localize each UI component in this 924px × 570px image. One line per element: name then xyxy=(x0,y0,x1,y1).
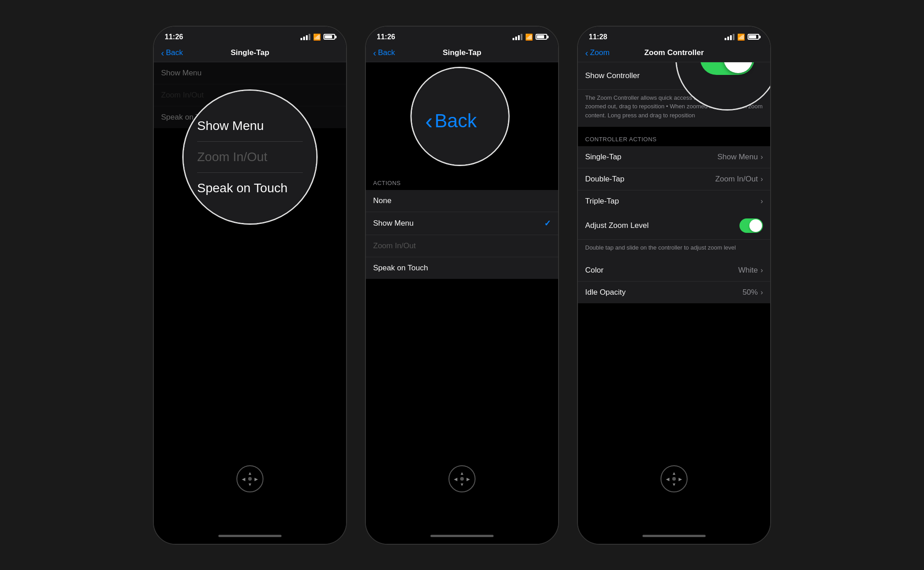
back-label-1: Back xyxy=(166,48,183,57)
menu-item-speak[interactable]: Speak on Touch xyxy=(197,173,303,204)
list-row-idle-opacity[interactable]: Idle Opacity 50% › xyxy=(578,282,770,303)
menu-label-speak: Speak on Touch xyxy=(197,181,287,195)
section-header-2: ACTIONS xyxy=(366,171,558,190)
dpad-center-2 xyxy=(460,477,464,481)
dpad-right-3: ▶ xyxy=(679,476,682,481)
section-header-actions-label: CONTROLLER ACTIONS xyxy=(585,136,657,143)
list-row-double-tap[interactable]: Double-Tap Zoom In/Out › xyxy=(578,168,770,190)
list-row-zoom[interactable]: Zoom In/Out xyxy=(366,235,558,257)
toggle-large-knob xyxy=(724,62,753,73)
battery-icon-3 xyxy=(748,34,759,40)
row-label-double-tap: Double-Tap xyxy=(585,175,624,184)
row-label-zoom: Zoom In/Out xyxy=(373,241,416,250)
home-indicator-2 xyxy=(366,528,558,544)
section-header-label: ACTIONS xyxy=(373,180,401,186)
dpad-right-2: ▶ xyxy=(467,476,470,481)
home-bar-1 xyxy=(218,535,282,537)
home-indicator-3 xyxy=(578,528,770,544)
time-1: 11:26 xyxy=(165,33,183,41)
back-button-1[interactable]: ‹ Back xyxy=(161,48,183,57)
chevron-right-triple-tap: › xyxy=(761,197,763,205)
nav-title-1: Single-Tap xyxy=(231,48,269,57)
row-label-speak: Speak on Touch xyxy=(373,264,428,273)
status-bar-2: 11:26 📶 xyxy=(366,27,558,45)
screen-content-1: Show Menu Zoom In/Out Speak on Touch Sho… xyxy=(154,62,346,528)
nav-title-2: Single-Tap xyxy=(443,48,481,57)
magnify-circle-1: Show Menu Zoom In/Out Speak on Touch xyxy=(182,89,318,225)
battery-icon xyxy=(323,34,335,40)
dpad-left-1: ◀ xyxy=(242,476,245,481)
row-value-double-tap: Zoom In/Out › xyxy=(715,175,763,184)
list-row-show-menu[interactable]: Show Menu ✓ xyxy=(366,212,558,235)
row-label-idle-opacity: Idle Opacity xyxy=(585,288,626,297)
toggle-large[interactable] xyxy=(700,62,754,75)
desc-adjust-zoom: Double tap and slide on the controller t… xyxy=(578,240,770,260)
row-value-idle-opacity: 50% › xyxy=(743,288,763,297)
row-label-show-menu: Show Menu xyxy=(373,219,414,228)
chevron-right-single-tap: › xyxy=(761,153,763,161)
row-label-single-tap: Single-Tap xyxy=(585,153,621,162)
toggle-knob-adjust-zoom xyxy=(749,219,762,232)
dpad-left-2: ◀ xyxy=(454,476,457,481)
row-label-none: None xyxy=(373,196,392,205)
adjust-zoom-toggle[interactable] xyxy=(739,218,763,233)
row-value-triple-tap: › xyxy=(761,197,763,205)
list-row-adjust-zoom[interactable]: Adjust Zoom Level xyxy=(578,212,770,240)
wifi-icon: 📶 xyxy=(313,33,321,41)
dpad-1: ▲ ▼ ◀ ▶ xyxy=(242,471,258,487)
status-icons-3: 📶 xyxy=(725,33,759,41)
list-section-actions: Single-Tap Show Menu › Double-Tap Zoom I… xyxy=(578,146,770,212)
back-label-large: Back xyxy=(434,110,476,132)
zoom-controller-icon-1[interactable]: ▲ ▼ ◀ ▶ xyxy=(236,465,263,492)
chevron-left-icon: ‹ xyxy=(161,48,164,57)
list-row-triple-tap[interactable]: Triple-Tap › xyxy=(578,190,770,212)
nav-bar-3: ‹ Zoom Zoom Controller xyxy=(578,45,770,62)
list-section-appearance: Color White › Idle Opacity 50% › xyxy=(578,260,770,303)
dpad-left-3: ◀ xyxy=(666,476,670,481)
list-row-speak[interactable]: Speak on Touch xyxy=(366,257,558,279)
signal-icon-2 xyxy=(513,34,522,40)
menu-label-show-menu: Show Menu xyxy=(197,119,264,133)
dpad-center-3 xyxy=(672,477,676,481)
menu-label-zoom: Zoom In/Out xyxy=(197,150,268,164)
list-row-single-tap[interactable]: Single-Tap Show Menu › xyxy=(578,146,770,168)
status-icons-2: 📶 xyxy=(513,33,547,41)
dpad-down-2: ▼ xyxy=(460,482,464,487)
row-value-text-color: White xyxy=(738,266,758,275)
dpad-2: ▲ ▼ ◀ ▶ xyxy=(454,471,470,487)
list-section-adjust-zoom: Adjust Zoom Level Double tap and slide o… xyxy=(578,212,770,260)
back-button-2[interactable]: ‹ Back xyxy=(373,48,395,57)
home-indicator-1 xyxy=(154,528,346,544)
row-value-text-double-tap: Zoom In/Out xyxy=(715,175,758,184)
zoom-controller-icon-3[interactable]: ▲ ▼ ◀ ▶ xyxy=(661,465,688,492)
time-3: 11:28 xyxy=(589,33,607,41)
dpad-down-3: ▼ xyxy=(672,482,676,487)
phone-3: 11:28 📶 ‹ Zoom Zoom Controller Show Co xyxy=(577,26,771,545)
wifi-icon-2: 📶 xyxy=(525,33,533,41)
back-button-3[interactable]: ‹ Zoom xyxy=(585,48,610,57)
zoom-controller-icon-2[interactable]: ▲ ▼ ◀ ▶ xyxy=(448,465,476,492)
menu-item-show-menu[interactable]: Show Menu xyxy=(197,111,303,142)
list-row-none[interactable]: None xyxy=(366,190,558,212)
status-icons-1: 📶 xyxy=(300,33,335,41)
nav-bar-2: ‹ Back Single-Tap xyxy=(366,45,558,62)
row-label-triple-tap: Triple-Tap xyxy=(585,197,619,206)
magnify-circle-2: ‹ Back xyxy=(411,67,510,166)
row-label-color: Color xyxy=(585,266,604,275)
nav-bar-1: ‹ Back Single-Tap xyxy=(154,45,346,62)
time-2: 11:26 xyxy=(377,33,395,41)
desc-text-adjust-zoom: Double tap and slide on the controller t… xyxy=(585,244,736,251)
dpad-center-1 xyxy=(248,477,252,481)
row-value-color: White › xyxy=(738,266,763,275)
row-label-show-controller: Show Controller xyxy=(585,71,640,80)
section-header-actions: CONTROLLER ACTIONS xyxy=(578,127,770,146)
phone-1: 11:26 📶 ‹ Back Single-Tap Show Menu xyxy=(153,26,347,545)
row-value-text-single-tap: Show Menu xyxy=(717,153,758,162)
back-text-large[interactable]: ‹ Back xyxy=(425,108,477,134)
home-bar-3 xyxy=(642,535,706,537)
chevron-right-idle-opacity: › xyxy=(761,288,763,297)
list-row-color[interactable]: Color White › xyxy=(578,260,770,282)
checkmark-show-menu: ✓ xyxy=(544,218,551,228)
dpad-up-2: ▲ xyxy=(460,471,464,476)
menu-item-zoom-inout[interactable]: Zoom In/Out xyxy=(197,142,303,173)
